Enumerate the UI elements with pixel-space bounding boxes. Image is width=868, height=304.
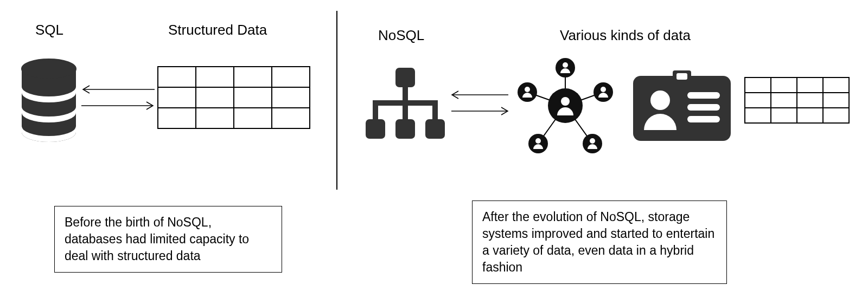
svg-point-32	[525, 87, 530, 92]
panel-left: SQL Structured Data	[16, 11, 320, 190]
svg-point-36	[650, 90, 670, 110]
id-card-icon	[630, 70, 733, 146]
various-kinds-label: Various kinds of data	[560, 27, 691, 44]
left-caption-box: Before the birth of NoSQL, databases had…	[54, 206, 282, 273]
svg-point-30	[535, 138, 541, 144]
svg-rect-39	[687, 116, 720, 122]
svg-rect-38	[687, 104, 720, 111]
database-icon	[16, 57, 81, 144]
svg-point-28	[590, 138, 595, 144]
svg-rect-12	[395, 119, 415, 139]
table-grid-small-icon	[744, 77, 850, 124]
svg-point-26	[601, 87, 606, 92]
sql-label: SQL	[35, 22, 63, 38]
svg-point-24	[563, 62, 568, 68]
svg-rect-5	[395, 68, 415, 87]
network-graph-icon	[511, 51, 620, 160]
bidirectional-arrows-icon	[449, 87, 511, 119]
svg-rect-37	[687, 92, 720, 99]
svg-point-22	[561, 97, 570, 106]
svg-rect-35	[676, 73, 687, 80]
panel-right: NoSQL Various kinds of data	[354, 11, 852, 190]
structured-data-label: Structured Data	[168, 22, 267, 38]
svg-rect-11	[366, 119, 385, 139]
diagram-top-row: SQL Structured Data	[16, 11, 852, 190]
nosql-label: NoSQL	[378, 27, 424, 44]
table-grid-icon	[157, 66, 310, 129]
svg-rect-13	[425, 119, 445, 139]
hierarchy-icon	[362, 65, 449, 146]
vertical-divider	[336, 11, 337, 190]
bidirectional-arrows-icon	[79, 81, 157, 114]
right-caption-box: After the evolution of NoSQL, storage sy…	[472, 200, 727, 284]
